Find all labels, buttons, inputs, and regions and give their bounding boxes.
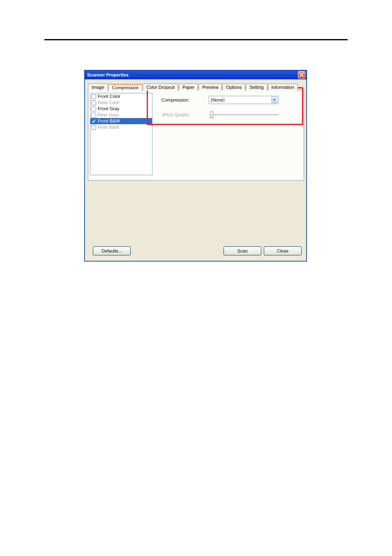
tab-paper[interactable]: Paper [179, 83, 198, 90]
tab-color-dropout[interactable]: Color Dropout [143, 83, 178, 90]
slider-thumb [210, 111, 213, 118]
tab-preview[interactable]: Preview [198, 83, 222, 90]
dialog-title: Scanner Properties [87, 72, 129, 77]
close-button[interactable]: Close [264, 246, 302, 255]
jpeg-quality-row: JPEG Quality: [161, 110, 299, 119]
close-icon[interactable] [298, 71, 305, 79]
slider-track [211, 114, 279, 115]
rear-color-checkbox[interactable] [91, 100, 96, 105]
scan-button[interactable]: Scan [224, 246, 261, 255]
rear-bw-checkbox[interactable] [91, 125, 96, 130]
tab-options[interactable]: Options [222, 83, 245, 90]
dialog-body: Image Compression Color Dropout Paper Pr… [85, 79, 307, 261]
compression-panel: Front Color Rear Color Front Gray Rear G… [88, 90, 304, 181]
source-item-rear-gray[interactable]: Rear Gray [90, 112, 152, 118]
button-row: Defaults... Scan Close [88, 181, 304, 258]
scanner-properties-dialog: Scanner Properties Image Compression Col… [84, 70, 307, 262]
rear-gray-checkbox[interactable] [91, 113, 96, 118]
jpeg-quality-label: JPEG Quality: [161, 112, 209, 117]
page-separator [44, 39, 348, 40]
jpeg-quality-slider [209, 111, 279, 119]
front-bw-checkbox[interactable] [91, 119, 96, 124]
compression-label: Compression: [161, 97, 209, 102]
source-item-front-bw[interactable]: Front B&W [90, 118, 152, 124]
chevron-down-icon [271, 97, 277, 103]
compression-row: Compression: (None) [161, 95, 299, 104]
source-list[interactable]: Front Color Rear Color Front Gray Rear G… [90, 93, 152, 175]
settings-area: Compression: (None) JPEG Quality: [155, 90, 304, 180]
source-item-rear-bw[interactable]: Rear B&W [90, 124, 152, 130]
source-item-rear-color[interactable]: Rear Color [90, 100, 152, 106]
tab-compression[interactable]: Compression [108, 84, 143, 91]
compression-value: (None) [211, 97, 271, 102]
tab-strip: Image Compression Color Dropout Paper Pr… [88, 83, 304, 90]
source-item-front-color[interactable]: Front Color [90, 93, 152, 100]
front-color-checkbox[interactable] [91, 94, 96, 99]
front-gray-checkbox[interactable] [91, 107, 96, 111]
defaults-button[interactable]: Defaults... [93, 246, 131, 255]
tab-setting[interactable]: Setting [246, 83, 267, 90]
compression-dropdown[interactable]: (None) [209, 96, 279, 104]
tab-image[interactable]: Image [88, 83, 108, 90]
source-item-front-gray[interactable]: Front Gray [90, 106, 152, 112]
titlebar: Scanner Properties [85, 70, 307, 79]
tab-information[interactable]: Information [268, 83, 298, 90]
